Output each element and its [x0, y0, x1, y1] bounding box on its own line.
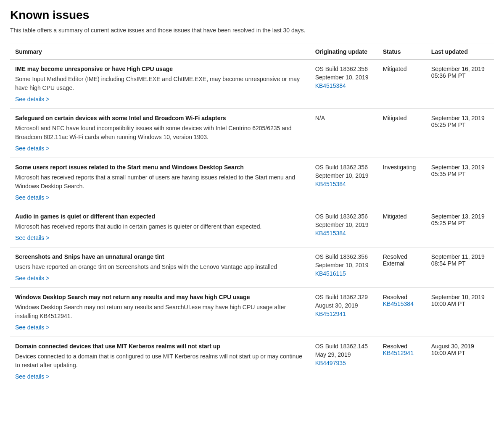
summary-cell: Windows Desktop Search may not return an…	[10, 288, 310, 337]
col-header-summary: Summary	[10, 44, 310, 60]
summary-cell: Audio in games is quiet or different tha…	[10, 207, 310, 247]
status-cell: ResolvedKB4515384	[378, 288, 426, 337]
issue-description: Windows Desktop Search may not return an…	[15, 303, 305, 321]
summary-cell: Domain connected devices that use MIT Ke…	[10, 337, 310, 386]
see-details-link[interactable]: See details >	[15, 96, 49, 103]
summary-cell: IME may become unresponsive or have High…	[10, 60, 310, 109]
table-header-row: Summary Originating update Status Last u…	[10, 44, 494, 60]
see-details-link[interactable]: See details >	[15, 145, 49, 152]
status-text: Resolved	[383, 343, 421, 350]
table-row: Windows Desktop Search may not return an…	[10, 288, 494, 337]
table-row: Audio in games is quiet or different tha…	[10, 207, 494, 247]
orig-date: May 29, 2019	[315, 351, 373, 358]
issue-description: Microsoft and NEC have found incompatibi…	[15, 124, 305, 142]
issue-title: Windows Desktop Search may not return an…	[15, 294, 305, 300]
originating-cell: N/A	[310, 109, 378, 158]
status-text: Mitigated	[383, 115, 421, 121]
summary-cell: Screenshots and Snips have an unnatural …	[10, 247, 310, 288]
table-row: IME may become unresponsive or have High…	[10, 60, 494, 109]
orig-kb-link[interactable]: KB4497935	[315, 360, 346, 366]
last-updated-cell: September 16, 201905:36 PM PT	[426, 60, 494, 109]
orig-date: September 10, 2019	[315, 172, 373, 179]
orig-build: OS Build 18362.356	[315, 164, 373, 171]
orig-build: N/A	[315, 115, 373, 121]
orig-kb-link[interactable]: KB4512941	[315, 311, 346, 317]
orig-date: September 10, 2019	[315, 74, 373, 81]
status-text: Resolved	[383, 294, 421, 300]
orig-kb-link[interactable]: KB4515384	[315, 230, 346, 237]
orig-build: OS Build 18362.145	[315, 343, 373, 350]
issue-description: Microsoft has received reports that audi…	[15, 222, 305, 231]
col-header-status: Status	[378, 44, 426, 60]
issue-description: Microsoft has received reports that a sm…	[15, 173, 305, 191]
issue-title: Audio in games is quiet or different tha…	[15, 213, 305, 220]
last-updated-text: September 13, 201905:35 PM PT	[431, 164, 489, 177]
status-cell: Mitigated	[378, 60, 426, 109]
see-details-link[interactable]: See details >	[15, 275, 49, 282]
issue-title: IME may become unresponsive or have High…	[15, 66, 305, 72]
issue-title: Domain connected devices that use MIT Ke…	[15, 343, 305, 350]
last-updated-cell: August 30, 201910:00 AM PT	[426, 337, 494, 386]
originating-cell: OS Build 18362.329August 30, 2019KB45129…	[310, 288, 378, 337]
see-details-link[interactable]: See details >	[15, 194, 49, 201]
orig-build: OS Build 18362.356	[315, 213, 373, 220]
originating-cell: OS Build 18362.356September 10, 2019KB45…	[310, 247, 378, 288]
status-text: Resolved External	[383, 253, 421, 267]
status-text: Mitigated	[383, 213, 421, 220]
table-row: Screenshots and Snips have an unnatural …	[10, 247, 494, 288]
originating-cell: OS Build 18362.356September 10, 2019KB45…	[310, 207, 378, 247]
table-row: Safeguard on certain devices with some I…	[10, 109, 494, 158]
originating-cell: OS Build 18362.356September 10, 2019KB45…	[310, 60, 378, 109]
issue-description: Some Input Method Editor (IME) including…	[15, 75, 305, 92]
orig-date: September 10, 2019	[315, 262, 373, 268]
see-details-link[interactable]: See details >	[15, 234, 49, 241]
status-cell: Mitigated	[378, 207, 426, 247]
last-updated-cell: September 13, 201905:25 PM PT	[426, 109, 494, 158]
status-cell: Resolved External	[378, 247, 426, 288]
status-text: Investigating	[383, 164, 421, 171]
table-row: Some users report issues related to the …	[10, 158, 494, 207]
last-updated-text: September 16, 201905:36 PM PT	[431, 66, 489, 79]
orig-date: September 10, 2019	[315, 221, 373, 228]
issue-description: Users have reported an orange tint on Sc…	[15, 263, 305, 271]
status-kb-link[interactable]: KB4515384	[383, 300, 414, 307]
last-updated-text: August 30, 201910:00 AM PT	[431, 343, 489, 356]
issue-title: Screenshots and Snips have an unnatural …	[15, 253, 305, 260]
last-updated-cell: September 13, 201905:35 PM PT	[426, 158, 494, 207]
orig-build: OS Build 18362.329	[315, 294, 373, 300]
orig-build: OS Build 18362.356	[315, 253, 373, 260]
status-cell: ResolvedKB4512941	[378, 337, 426, 386]
last-updated-cell: September 13, 201905:25 PM PT	[426, 207, 494, 247]
status-text: Mitigated	[383, 66, 421, 72]
last-updated-cell: September 10, 201910:00 AM PT	[426, 288, 494, 337]
known-issues-table: Summary Originating update Status Last u…	[10, 44, 494, 386]
last-updated-text: September 11, 201908:54 PM PT	[431, 253, 489, 267]
see-details-link[interactable]: See details >	[15, 324, 49, 331]
col-header-originating: Originating update	[310, 44, 378, 60]
last-updated-text: September 10, 201910:00 AM PT	[431, 294, 489, 307]
issue-title: Some users report issues related to the …	[15, 164, 305, 171]
status-kb-link[interactable]: KB4512941	[383, 350, 414, 356]
orig-kb-link[interactable]: KB4515384	[315, 82, 346, 89]
status-cell: Mitigated	[378, 109, 426, 158]
orig-kb-link[interactable]: KB4515384	[315, 181, 346, 187]
issue-description: Devices connected to a domain that is co…	[15, 352, 305, 370]
last-updated-text: September 13, 201905:25 PM PT	[431, 213, 489, 226]
summary-cell: Some users report issues related to the …	[10, 158, 310, 207]
issue-title: Safeguard on certain devices with some I…	[15, 115, 305, 121]
originating-cell: OS Build 18362.145May 29, 2019KB4497935	[310, 337, 378, 386]
status-cell: Investigating	[378, 158, 426, 207]
orig-build: OS Build 18362.356	[315, 66, 373, 72]
see-details-link[interactable]: See details >	[15, 373, 49, 380]
orig-kb-link[interactable]: KB4516115	[315, 270, 346, 277]
table-row: Domain connected devices that use MIT Ke…	[10, 337, 494, 386]
last-updated-cell: September 11, 201908:54 PM PT	[426, 247, 494, 288]
page-subtitle: This table offers a summary of current a…	[10, 27, 494, 34]
originating-cell: OS Build 18362.356September 10, 2019KB45…	[310, 158, 378, 207]
col-header-updated: Last updated	[426, 44, 494, 60]
summary-cell: Safeguard on certain devices with some I…	[10, 109, 310, 158]
last-updated-text: September 13, 201905:25 PM PT	[431, 115, 489, 128]
orig-date: August 30, 2019	[315, 302, 373, 309]
page-title: Known issues	[10, 8, 494, 22]
